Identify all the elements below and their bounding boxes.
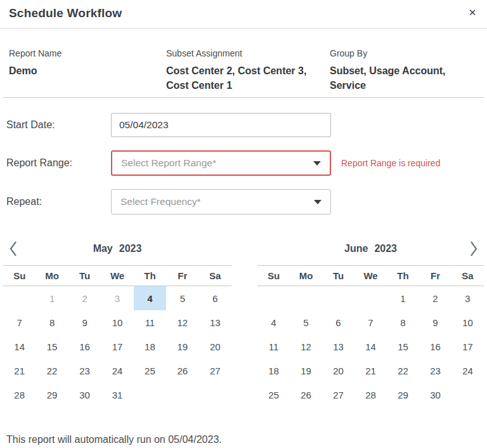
day-of-week-header: Mo [290,270,322,281]
repeat-select[interactable]: Select Frequency* [111,189,331,214]
calendar-day[interactable]: 25 [134,359,166,383]
start-date-label: Start Date: [6,119,111,131]
calendar-day[interactable]: 12 [166,310,198,334]
calendar-day[interactable]: 29 [36,383,68,407]
calendar-day[interactable]: 13 [322,334,354,359]
calendar-day[interactable]: 26 [290,383,322,407]
calendar-day[interactable]: 16 [419,334,451,359]
day-of-week-header: Fr [419,270,451,281]
calendar-day[interactable]: 24 [451,359,484,383]
calendar-empty-cell [354,286,387,310]
calendar-empty-cell [134,383,166,407]
calendar-day[interactable]: 21 [3,359,36,383]
calendar-day[interactable]: 4 [257,310,290,334]
calendar-day[interactable]: 1 [36,286,68,310]
calendar-day[interactable]: 30 [68,383,101,407]
calendar-day[interactable]: 25 [257,383,290,407]
calendar-day[interactable]: 9 [419,310,451,334]
day-of-week-header: Sa [451,270,484,281]
calendar-june-month: June [344,243,368,254]
calendar-day[interactable]: 22 [387,359,419,383]
modal-header: Schedule Workflow ✕ [0,0,487,29]
calendar-day[interactable]: 7 [354,310,387,334]
calendar-day[interactable]: 3 [101,286,133,310]
calendar-day[interactable]: 19 [166,334,198,359]
calendar-day[interactable]: 11 [134,310,166,334]
calendar-day[interactable]: 10 [451,310,484,334]
page-title: Schedule Workflow [9,6,478,20]
calendar-day[interactable]: 2 [68,286,101,310]
calendar-may: May 2023 SuMoTuWeThFrSa 1234567891011121… [3,232,231,407]
calendar-day[interactable]: 26 [166,359,198,383]
calendar-day[interactable]: 27 [322,383,354,407]
close-icon[interactable]: ✕ [465,6,479,20]
calendar-day[interactable]: 2 [419,286,451,310]
calendar-day[interactable]: 28 [354,383,387,407]
calendar-empty-cell [3,286,36,310]
calendar-day[interactable]: 14 [3,334,36,359]
calendar-day[interactable]: 27 [199,359,231,383]
calendar-day[interactable]: 18 [134,334,166,359]
calendar-day[interactable]: 13 [199,310,231,334]
next-month-icon[interactable] [469,240,479,258]
calendar-day[interactable]: 15 [387,334,419,359]
calendar-empty-cell [451,383,484,407]
chevron-down-icon [313,161,321,166]
calendar-day[interactable]: 23 [419,359,451,383]
calendar-day[interactable]: 4 [134,286,166,310]
calendar-day[interactable]: 9 [68,310,101,334]
repeat-row: Repeat: Select Frequency* [6,189,487,214]
calendar-day[interactable]: 14 [354,334,387,359]
calendar-day[interactable]: 20 [199,334,231,359]
calendar-day[interactable]: 12 [290,334,322,359]
calendar-empty-cell [257,286,290,310]
day-of-week-header: We [101,270,133,281]
calendar-day[interactable]: 11 [257,334,290,359]
calendar-day[interactable]: 19 [290,359,322,383]
start-date-input[interactable] [111,113,331,137]
calendar-day[interactable]: 29 [387,383,419,407]
start-date-row: Start Date: [6,113,487,137]
calendar-day[interactable]: 20 [322,359,354,383]
calendar-day[interactable]: 16 [68,334,101,359]
report-range-select[interactable]: Select Report Range* [111,150,331,176]
calendar-day[interactable]: 8 [36,310,68,334]
calendar-may-year: 2023 [119,243,142,254]
calendar-day[interactable]: 8 [387,310,419,334]
calendar-day[interactable]: 21 [354,359,387,383]
calendar-june-year: 2023 [374,243,397,254]
calendar-day[interactable]: 30 [419,383,451,407]
calendar-day[interactable]: 6 [199,286,231,310]
report-range-label: Report Range: [6,157,111,169]
calendar-day[interactable]: 15 [36,334,68,359]
report-range-placeholder: Select Report Range* [121,157,216,169]
day-of-week-row: SuMoTuWeThFrSa [257,265,484,286]
calendar-june-days: 1234567891011121314151617181920212223242… [257,286,484,407]
calendar-day[interactable]: 31 [101,383,133,407]
schedule-workflow-modal: Schedule Workflow ✕ Report Name Demo Sub… [0,0,487,445]
calendar-empty-cell [290,286,322,310]
calendar-day[interactable]: 18 [257,359,290,383]
calendar-day[interactable]: 5 [166,286,198,310]
calendar-day[interactable]: 10 [101,310,133,334]
prev-month-icon[interactable] [8,240,18,258]
calendar-day[interactable]: 5 [290,310,322,334]
calendar-day[interactable]: 17 [101,334,133,359]
calendar-day[interactable]: 3 [451,286,484,310]
schedule-form: Start Date: Report Range: Select Report … [0,98,487,214]
calendar-day[interactable]: 17 [451,334,484,359]
calendar-day[interactable]: 7 [3,310,36,334]
calendar-day[interactable]: 28 [3,383,36,407]
subset-assignment-value: Cost Center 2, Cost Center 3, Cost Cente… [166,63,307,93]
calendar-day[interactable]: 22 [36,359,68,383]
summary-report-name: Report Name Demo [9,48,166,93]
day-of-week-header: Mo [36,270,68,281]
report-range-error: Report Range is required [341,158,440,168]
calendar-day[interactable]: 24 [101,359,133,383]
calendar-day[interactable]: 6 [322,310,354,334]
day-of-week-header: Su [3,270,36,281]
calendar-day[interactable]: 1 [387,286,419,310]
footer-note: This report will automatically run on 05… [6,434,487,445]
day-of-week-header: Tu [68,270,101,281]
calendar-day[interactable]: 23 [68,359,101,383]
